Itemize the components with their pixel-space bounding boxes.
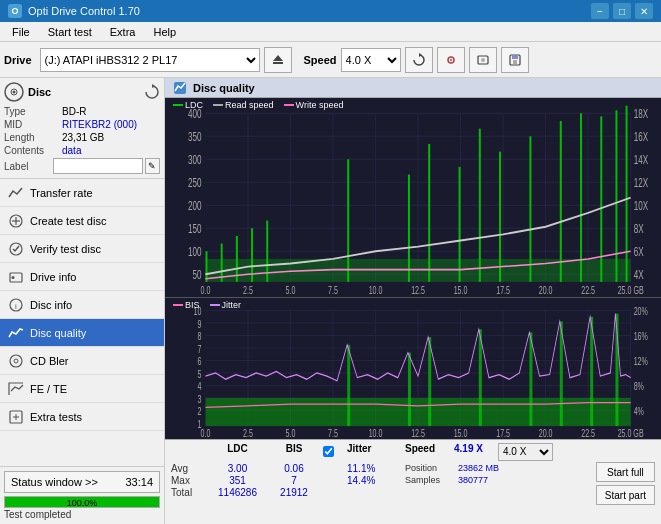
svg-text:5.0: 5.0 xyxy=(286,428,296,439)
chart2-svg: 10 9 8 7 6 5 4 3 2 1 20% 16% xyxy=(165,298,661,439)
svg-rect-144 xyxy=(529,333,532,427)
settings-button2[interactable] xyxy=(469,47,497,73)
legend-write-label: Write speed xyxy=(296,100,344,110)
disc-section: Disc Type BD-R MID RITEKBR2 (000) Length… xyxy=(0,78,164,179)
max-bis: 7 xyxy=(269,475,319,486)
svg-text:6: 6 xyxy=(197,356,201,368)
start-part-button[interactable]: Start part xyxy=(596,485,655,505)
svg-marker-13 xyxy=(152,84,155,88)
menu-help[interactable]: Help xyxy=(145,24,184,40)
svg-text:10.0: 10.0 xyxy=(369,285,383,297)
nav-cd-bler[interactable]: CD Bler xyxy=(0,347,164,375)
nav-create-test-disc[interactable]: Create test disc xyxy=(0,207,164,235)
speed-label: Speed xyxy=(304,54,337,66)
stats-table: LDC BIS Jitter Speed 4.19 X 4.0 X xyxy=(171,443,596,498)
svg-marker-0 xyxy=(273,55,283,61)
toolbar: Drive (J:) ATAPI iHBS312 2 PL17 Speed 4.… xyxy=(0,42,661,78)
nav-fe-te[interactable]: FE / TE xyxy=(0,375,164,403)
jitter-checkbox[interactable] xyxy=(323,446,334,457)
disc-label-edit-button[interactable]: ✎ xyxy=(145,158,160,174)
start-buttons: Start full Start part xyxy=(596,443,655,521)
svg-text:4: 4 xyxy=(197,381,201,393)
disc-type-row: Type BD-R xyxy=(4,106,160,117)
menu-extra[interactable]: Extra xyxy=(102,24,144,40)
nav-disc-quality-label: Disc quality xyxy=(30,327,86,339)
stats-row-area: LDC BIS Jitter Speed 4.19 X 4.0 X xyxy=(165,439,661,524)
disc-refresh-icon[interactable] xyxy=(144,84,160,100)
drive-info-icon xyxy=(8,269,24,285)
svg-rect-89 xyxy=(615,110,617,282)
disc-label-input[interactable] xyxy=(53,158,143,174)
svg-text:100: 100 xyxy=(188,245,202,258)
nav-create-test-disc-label: Create test disc xyxy=(30,215,106,227)
main-layout: Disc Type BD-R MID RITEKBR2 (000) Length… xyxy=(0,78,661,524)
nav-verify-test-disc[interactable]: Verify test disc xyxy=(0,235,164,263)
svg-text:17.5: 17.5 xyxy=(496,428,510,439)
svg-point-6 xyxy=(481,58,485,62)
legend-bis-label: BIS xyxy=(185,300,200,310)
svg-text:8%: 8% xyxy=(634,381,644,393)
legend-bis-color xyxy=(173,304,183,306)
status-text: Test completed xyxy=(4,509,71,520)
save-button[interactable] xyxy=(501,47,529,73)
svg-text:20.0: 20.0 xyxy=(539,285,553,297)
svg-text:4%: 4% xyxy=(634,406,644,418)
svg-point-22 xyxy=(10,355,22,367)
speed-selector[interactable]: 4.0 X xyxy=(341,48,401,72)
status-section: Status window >> 33:14 100.0% Test compl… xyxy=(0,466,164,524)
svg-text:5: 5 xyxy=(197,368,201,380)
chart1-svg: 400 350 300 250 200 150 100 50 18X 16X 1… xyxy=(165,98,661,297)
disc-label-row: Label ✎ xyxy=(4,158,160,174)
svg-text:2: 2 xyxy=(197,406,201,418)
app-title: Opti Drive Control 1.70 xyxy=(28,5,140,17)
svg-text:50: 50 xyxy=(192,268,201,281)
maximize-button[interactable]: □ xyxy=(613,3,631,19)
nav-extra-tests[interactable]: Extra tests xyxy=(0,403,164,431)
svg-point-4 xyxy=(450,59,452,61)
cd-bler-icon xyxy=(8,353,24,369)
svg-rect-8 xyxy=(512,55,518,59)
svg-text:15.0: 15.0 xyxy=(454,428,468,439)
svg-text:300: 300 xyxy=(188,153,202,166)
start-full-button[interactable]: Start full xyxy=(596,462,655,482)
svg-text:250: 250 xyxy=(188,176,202,189)
speed-dropdown[interactable]: 4.0 X xyxy=(498,443,553,461)
nav-disc-quality[interactable]: Disc quality xyxy=(0,319,164,347)
svg-rect-91 xyxy=(205,259,630,282)
eject-button[interactable] xyxy=(264,47,292,73)
content-header: Disc quality xyxy=(165,78,661,98)
svg-text:16%: 16% xyxy=(634,331,648,343)
settings-button1[interactable] xyxy=(437,47,465,73)
disc-mid-label: MID xyxy=(4,119,62,130)
svg-text:200: 200 xyxy=(188,199,202,212)
status-window-button[interactable]: Status window >> 33:14 xyxy=(4,471,160,493)
svg-text:8: 8 xyxy=(197,331,201,343)
svg-text:5.0: 5.0 xyxy=(286,285,296,297)
legend-read-label: Read speed xyxy=(225,100,274,110)
max-ldc: 351 xyxy=(210,475,265,486)
nav-disc-info[interactable]: i Disc info xyxy=(0,291,164,319)
legend-jitter-label: Jitter xyxy=(222,300,242,310)
nav-drive-info[interactable]: Drive info xyxy=(0,263,164,291)
svg-rect-139 xyxy=(205,398,630,426)
menu-file[interactable]: File xyxy=(4,24,38,40)
nav-transfer-rate[interactable]: Transfer rate xyxy=(0,179,164,207)
max-label: Max xyxy=(171,475,206,486)
refresh-button[interactable] xyxy=(405,47,433,73)
legend-ldc-color xyxy=(173,104,183,106)
svg-text:22.5: 22.5 xyxy=(581,285,595,297)
svg-text:25.0 GB: 25.0 GB xyxy=(618,285,644,297)
svg-text:16X: 16X xyxy=(634,130,648,143)
minimize-button[interactable]: − xyxy=(591,3,609,19)
svg-text:20.0: 20.0 xyxy=(539,428,553,439)
total-ldc: 1146286 xyxy=(210,487,265,498)
svg-text:10.0: 10.0 xyxy=(369,428,383,439)
drive-selector[interactable]: (J:) ATAPI iHBS312 2 PL17 xyxy=(40,48,260,72)
close-button[interactable]: ✕ xyxy=(635,3,653,19)
menu-start-test[interactable]: Start test xyxy=(40,24,100,40)
svg-text:20%: 20% xyxy=(634,306,648,318)
app-icon: O xyxy=(8,4,22,18)
svg-text:12.5: 12.5 xyxy=(411,285,425,297)
sidebar: Disc Type BD-R MID RITEKBR2 (000) Length… xyxy=(0,78,165,524)
svg-text:12X: 12X xyxy=(634,176,648,189)
